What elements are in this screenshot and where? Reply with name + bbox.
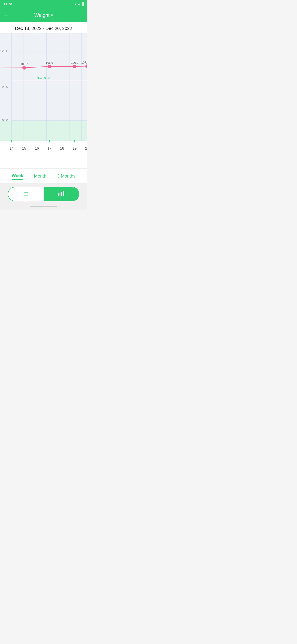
date-range: Dec 13, 2022 - Dec 20, 2022 <box>0 22 87 33</box>
svg-line-17 <box>0 68 24 68</box>
signal-icon: ▲ <box>77 2 80 6</box>
tab-week[interactable]: Week <box>12 173 23 180</box>
svg-point-19 <box>48 64 51 68</box>
svg-text:90.0: 90.0 <box>2 85 8 88</box>
status-time: 12:30 <box>3 2 12 6</box>
svg-text:105.7: 105.7 <box>20 62 28 66</box>
tab-month[interactable]: Month <box>34 174 46 180</box>
svg-text:106.9: 106.9 <box>46 61 53 64</box>
svg-text:15: 15 <box>22 146 26 150</box>
svg-text:60.0: 60.0 <box>2 118 8 122</box>
svg-point-18 <box>22 66 26 70</box>
weight-chart: 120.0 90.0 60.0 Goal 95.0 105.7 106.9 10… <box>0 33 87 168</box>
chart-icon <box>58 190 65 198</box>
list-nav-button[interactable]: ☰ <box>8 188 43 201</box>
status-bar: 12:30 ▾ ▲ ▐ <box>0 0 87 8</box>
period-tabs: Week Month 3 Months <box>0 168 87 183</box>
svg-text:16: 16 <box>35 146 39 150</box>
svg-text:106.9: 106.9 <box>71 61 78 64</box>
dropdown-arrow-icon[interactable]: ▾ <box>51 13 53 18</box>
back-button[interactable]: ← <box>3 12 8 18</box>
svg-rect-42 <box>63 191 64 196</box>
svg-rect-1 <box>0 120 87 141</box>
nav-pill: ☰ <box>8 187 79 201</box>
svg-rect-40 <box>58 194 59 196</box>
svg-text:107.0: 107.0 <box>81 61 87 64</box>
home-bar <box>30 206 57 207</box>
svg-text:20: 20 <box>85 146 87 150</box>
svg-text:19: 19 <box>73 146 77 150</box>
wifi-icon: ▾ <box>75 2 76 6</box>
svg-text:Goal 95.0: Goal 95.0 <box>37 76 50 80</box>
list-icon: ☰ <box>23 191 29 198</box>
svg-rect-41 <box>60 192 62 196</box>
battery-icon: ▐ <box>81 2 84 6</box>
svg-point-20 <box>73 64 76 68</box>
svg-text:18: 18 <box>60 146 64 150</box>
page-title: Weight ▾ <box>34 12 53 18</box>
svg-text:14: 14 <box>9 146 14 150</box>
chart-nav-button[interactable] <box>43 188 79 201</box>
svg-text:17: 17 <box>47 146 51 150</box>
top-bar: ← Weight ▾ <box>0 8 87 22</box>
status-icons: ▾ ▲ ▐ <box>75 2 84 6</box>
home-indicator <box>0 204 87 210</box>
bottom-nav: ☰ <box>0 183 87 204</box>
tab-3months[interactable]: 3 Months <box>57 174 75 180</box>
svg-text:120.0: 120.0 <box>0 49 8 53</box>
chart-container: 120.0 90.0 60.0 Goal 95.0 105.7 106.9 10… <box>0 33 87 168</box>
